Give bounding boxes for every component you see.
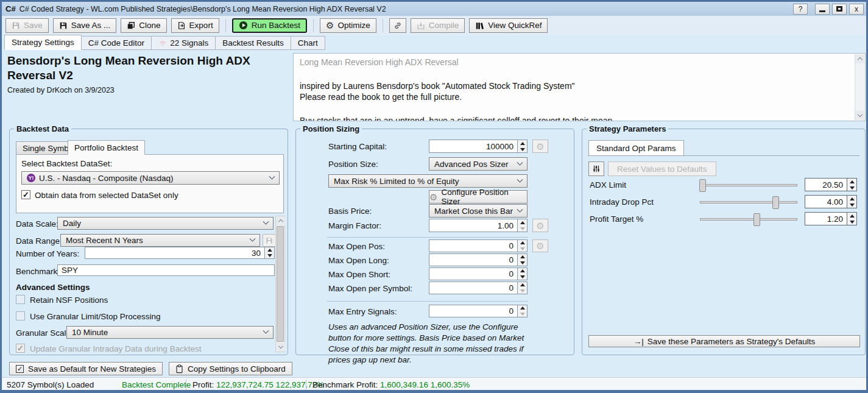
close-button[interactable]: x: [849, 4, 864, 15]
max-open-pos-stepper[interactable]: [518, 239, 528, 252]
granular-processing-checkbox[interactable]: [16, 311, 25, 320]
param-slider[interactable]: [700, 184, 797, 186]
param-stepper[interactable]: [847, 195, 857, 208]
position-size-label: Position Size:: [328, 160, 378, 169]
granular-scale-dropdown[interactable]: 10 Minute: [66, 326, 273, 339]
save-as-button[interactable]: Save As ...: [53, 18, 117, 33]
link-icon: [393, 21, 402, 30]
data-range-save-button[interactable]: [263, 234, 276, 247]
max-entry-signals-input[interactable]: 0: [429, 305, 518, 317]
help-button[interactable]: ?: [793, 4, 808, 15]
title-bar[interactable]: C# C# Coded Strategy - WL.com Published …: [2, 2, 866, 16]
optimization-settings-button[interactable]: [588, 161, 604, 176]
scrollbar-thumb[interactable]: [277, 226, 284, 342]
granular-scale-label: Granular Scale: [16, 328, 71, 338]
pos-sizer-dropdown[interactable]: Max Risk % Limited to % of Equity: [328, 174, 528, 188]
export-label: Export: [189, 21, 213, 30]
profit-status: Profit: 122,937,724.75 122,937.72%: [192, 380, 324, 389]
save-as-icon: [59, 21, 68, 30]
save-default-new-strategies-button[interactable]: ✓ Save as Default for New Strategies: [9, 362, 163, 375]
margin-factor-stepper[interactable]: [518, 219, 528, 232]
signals-wifi-icon: [158, 40, 167, 47]
max-open-short-stepper[interactable]: [518, 267, 528, 280]
margin-factor-gear-button[interactable]: ⚙: [532, 219, 548, 232]
number-of-years-input[interactable]: 30: [85, 247, 265, 259]
param-stepper[interactable]: [847, 212, 857, 225]
chevron-down-icon: [263, 219, 269, 225]
starting-capital-gear-button[interactable]: ⚙: [532, 140, 548, 153]
data-range-dropdown[interactable]: Most Recent N Years: [60, 234, 260, 247]
update-granular-checkbox[interactable]: ✓: [16, 344, 25, 353]
position-size-dropdown[interactable]: Advanced Pos Sizer: [429, 157, 528, 171]
scroll-up-icon[interactable]: [276, 216, 285, 225]
slider-thumb[interactable]: [753, 213, 760, 226]
tab-label: Strategy Settings: [12, 38, 74, 47]
max-open-symbol-label: Max Open per Symbol:: [328, 284, 412, 293]
basis-price-value: Market Close this Bar: [434, 207, 513, 216]
link-button[interactable]: [389, 18, 406, 33]
benchmark-input[interactable]: SPY: [57, 264, 275, 276]
max-open-symbol-stepper[interactable]: [518, 281, 528, 294]
scroll-down-icon[interactable]: [855, 111, 864, 120]
export-button[interactable]: Export: [171, 18, 219, 33]
compile-button[interactable]: Compile: [411, 18, 465, 33]
maximize-button[interactable]: [832, 4, 847, 15]
slider-thumb[interactable]: [699, 179, 706, 192]
configure-position-sizer-button[interactable]: ⚙ Configure Position Sizer: [429, 190, 528, 204]
data-scale-dropdown[interactable]: Daily: [57, 217, 273, 230]
obtain-data-label: Obtain data from selected DataSet only: [35, 191, 178, 200]
basis-price-dropdown[interactable]: Market Close this Bar: [429, 204, 528, 218]
tab-strategy-settings[interactable]: Strategy Settings: [4, 35, 82, 50]
strategy-window: C# C# Coded Strategy - WL.com Published …: [0, 0, 868, 393]
tab-code-editor[interactable]: C# Code Editor: [82, 36, 152, 50]
max-open-long-stepper[interactable]: [518, 253, 528, 266]
param-value[interactable]: 4.00: [805, 195, 847, 208]
tab-portfolio-backtest[interactable]: Portfolio Backtest: [68, 140, 145, 155]
tab-backtest-results[interactable]: Backtest Results: [216, 36, 291, 50]
chevron-down-icon: [263, 328, 269, 334]
tab-standard-opt-params[interactable]: Standard Opt Params: [588, 140, 684, 155]
starting-capital-stepper[interactable]: [518, 140, 528, 153]
param-value[interactable]: 20.50: [805, 178, 847, 191]
param-slider[interactable]: [700, 218, 797, 221]
view-quickref-button[interactable]: View QuickRef: [469, 18, 548, 33]
param-value[interactable]: 1.20: [805, 212, 847, 225]
param-slider[interactable]: [700, 201, 797, 204]
minimize-button[interactable]: [815, 4, 830, 15]
max-entry-signals-stepper[interactable]: [518, 305, 528, 317]
parameter-row: Intraday Drop Pct 4.00: [588, 194, 859, 211]
clone-button[interactable]: Clone: [121, 18, 166, 33]
obtain-data-checkbox[interactable]: ✓: [21, 190, 30, 199]
save-parameters-button[interactable]: →| Save these Parameters as Strategy's D…: [588, 335, 860, 347]
backtest-data-scrollbar[interactable]: [275, 216, 285, 352]
benchmark-profit-status: Benchmark Profit: 1,600,349.16 1,600.35%: [312, 380, 470, 389]
save-button[interactable]: Save: [5, 18, 49, 33]
max-open-short-input[interactable]: 0: [429, 267, 518, 280]
dataset-dropdown[interactable]: Y! U.S. - Nasdaq - Composite (Nasdaq): [21, 171, 280, 185]
reset-values-button[interactable]: Reset Values to Defaults: [608, 161, 716, 176]
margin-factor-input[interactable]: 1.00: [429, 219, 518, 232]
max-open-pos-input[interactable]: 0: [429, 239, 518, 252]
param-label: ADX Limit: [590, 180, 626, 189]
clipboard-icon: [175, 364, 183, 374]
slider-thumb[interactable]: [772, 196, 779, 209]
optimize-button[interactable]: ⚙ Optimize: [320, 18, 376, 33]
tab-signals[interactable]: 22 Signals: [152, 36, 216, 50]
starting-capital-input[interactable]: 100000: [429, 140, 518, 153]
tab-chart[interactable]: Chart: [291, 36, 325, 50]
copy-settings-button[interactable]: Copy Settings to Clipboard: [169, 362, 292, 375]
run-backtest-button[interactable]: Run Backtest: [232, 18, 307, 33]
description-textarea[interactable]: Long Mean Reversion High ADX Reversal in…: [293, 53, 866, 121]
group-title: Backtest Data: [14, 124, 71, 133]
retain-nsf-checkbox[interactable]: [16, 295, 25, 304]
max-open-long-label: Max Open Long:: [328, 256, 389, 265]
max-open-symbol-input[interactable]: 0: [429, 281, 518, 294]
param-stepper[interactable]: [847, 178, 857, 191]
scroll-up-icon[interactable]: [855, 54, 864, 63]
max-open-pos-gear-button[interactable]: ⚙: [532, 239, 548, 252]
number-of-years-stepper[interactable]: [265, 247, 275, 259]
description-scrollbar[interactable]: [855, 54, 864, 120]
max-open-long-input[interactable]: 0: [429, 253, 518, 266]
scroll-down-icon[interactable]: [276, 342, 285, 352]
save-parameters-label: Save these Parameters as Strategy's Defa…: [647, 337, 816, 346]
